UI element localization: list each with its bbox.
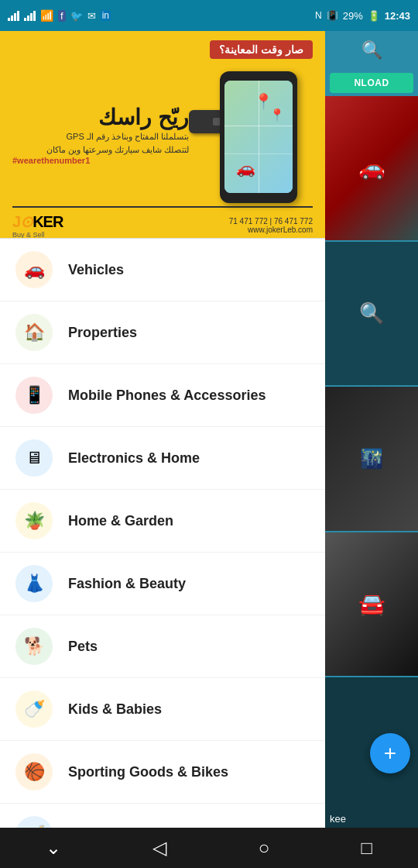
category-label-sporting-goods: Sporting Goods & Bikes (68, 764, 228, 780)
category-label-home-garden: Home & Garden (68, 513, 173, 529)
ad-sub-text: بتسلملنا المفتاح وبناخذ رقم الـ GPS لتتص… (12, 130, 189, 156)
signal-icon-1 (8, 10, 19, 21)
category-icon-hobbies: 🎸 (15, 816, 53, 828)
status-right: N 📳 29% 🔋 12:43 (315, 10, 410, 22)
category-icon-electronics: 🖥 (15, 439, 53, 477)
category-list: 🚗Vehicles🏠Properties📱Mobile Phones & Acc… (0, 239, 325, 828)
ad-bottom: J⊙KER Buy & Sell 71 471 772 | 76 471 772… (12, 206, 313, 239)
category-icon-sporting-goods: 🏀 (15, 753, 53, 790)
category-item-vehicles[interactable]: 🚗Vehicles (0, 239, 325, 301)
category-item-properties[interactable]: 🏠Properties (0, 301, 325, 364)
category-label-properties: Properties (68, 325, 137, 341)
email-icon: ✉ (87, 10, 96, 22)
signal-icon-2 (24, 10, 36, 21)
download-button[interactable]: NLOAD (330, 73, 413, 93)
search-overlay-icon[interactable]: 🔍 (359, 301, 384, 326)
category-label-hobbies: Hobbies, Music, Art & Books (68, 827, 258, 828)
ad-tag: صار وقت المعاينة؟ (210, 40, 313, 59)
category-icon-kids-babies: 🍼 (15, 691, 53, 728)
category-icon-properties: 🏠 (15, 314, 53, 351)
ad-main-text: ريّح راسك (12, 105, 189, 131)
category-icon-home-garden: 🪴 (15, 502, 53, 539)
category-item-mobile-phones[interactable]: 📱Mobile Phones & Accessories (0, 364, 325, 427)
category-item-sporting-goods[interactable]: 🏀Sporting Goods & Bikes (0, 741, 325, 804)
right-panel: 🔍 NLOAD 🚗 🔍 🌃 🚘 kee + (325, 31, 418, 828)
category-icon-mobile-phones: 📱 (15, 377, 53, 414)
nav-home-icon[interactable]: ○ (246, 831, 283, 865)
ad-banner[interactable]: صار وقت المعاينة؟ ريّح راسك بتسلملنا الم… (0, 31, 325, 239)
kee-label: kee (330, 813, 346, 825)
category-item-pets[interactable]: 🐕Pets (0, 615, 325, 678)
bottom-navigation: ⌄ ◁ ○ □ (0, 828, 418, 868)
ad-contact: 71 471 772 | 76 471 772 www.jokerLeb.com (229, 217, 313, 234)
category-item-kids-babies[interactable]: 🍼Kids & Babies (0, 678, 325, 741)
ad-hashtag: #wearethenumber1 (12, 156, 189, 165)
right-search-area: 🔍 (325, 31, 418, 70)
category-item-home-garden[interactable]: 🪴Home & Garden (0, 490, 325, 553)
category-label-pets: Pets (68, 639, 98, 655)
search-icon[interactable]: 🔍 (361, 40, 382, 60)
car-image-1: 🚗 (325, 96, 418, 240)
left-panel: صار وقت المعاينة؟ ريّح راسك بتسلملنا الم… (0, 31, 325, 828)
obd-device (189, 110, 224, 133)
category-label-mobile-phones: Mobile Phones & Accessories (68, 388, 266, 404)
fab-add-button[interactable]: + (370, 733, 410, 773)
category-label-fashion-beauty: Fashion & Beauty (68, 576, 186, 592)
category-label-vehicles: Vehicles (68, 262, 124, 278)
battery-percent: 29% (343, 10, 363, 22)
twitter-icon: 🐦 (70, 10, 83, 22)
car-image-2: 🚘 (325, 532, 418, 677)
category-icon-pets: 🐕 (15, 628, 53, 665)
status-left: 📶 f 🐦 ✉ in (8, 9, 111, 22)
category-item-electronics[interactable]: 🖥Electronics & Home (0, 427, 325, 490)
main-layout: صار وقت المعاينة؟ ريّح راسك بتسلملنا الم… (0, 31, 418, 828)
facebook-icon: f (58, 10, 66, 22)
nav-recent-icon[interactable]: □ (348, 831, 385, 865)
joker-logo: J⊙KER (12, 212, 63, 231)
nfc-icon: N (315, 10, 322, 21)
vibrate-icon: 📳 (327, 10, 338, 21)
category-item-fashion-beauty[interactable]: 👗Fashion & Beauty (0, 553, 325, 615)
category-label-kids-babies: Kids & Babies (68, 701, 162, 718)
category-icon-vehicles: 🚗 (15, 251, 53, 288)
nav-back-icon[interactable]: ◁ (140, 831, 179, 865)
search-overlay-block[interactable]: 🔍 (325, 242, 418, 386)
wifi-icon: 📶 (40, 9, 53, 22)
nav-down-icon[interactable]: ⌄ (33, 831, 74, 865)
category-label-electronics: Electronics & Home (68, 450, 200, 467)
category-icon-fashion-beauty: 👗 (15, 565, 53, 602)
time-display: 12:43 (385, 10, 410, 22)
phone-graphic: 🚗 📍 📍 (220, 71, 297, 203)
joker-tagline: Buy & Sell (12, 231, 63, 239)
status-bar: 📶 f 🐦 ✉ in N 📳 29% 🔋 12:43 (0, 0, 418, 31)
right-image-panel: 🚗 🔍 🌃 🚘 kee (325, 96, 418, 828)
category-item-hobbies[interactable]: 🎸Hobbies, Music, Art & Books (0, 804, 325, 828)
dark-image-block: 🌃 (325, 387, 418, 531)
battery-icon: 🔋 (368, 10, 380, 22)
linkedin-icon: in (101, 10, 111, 21)
